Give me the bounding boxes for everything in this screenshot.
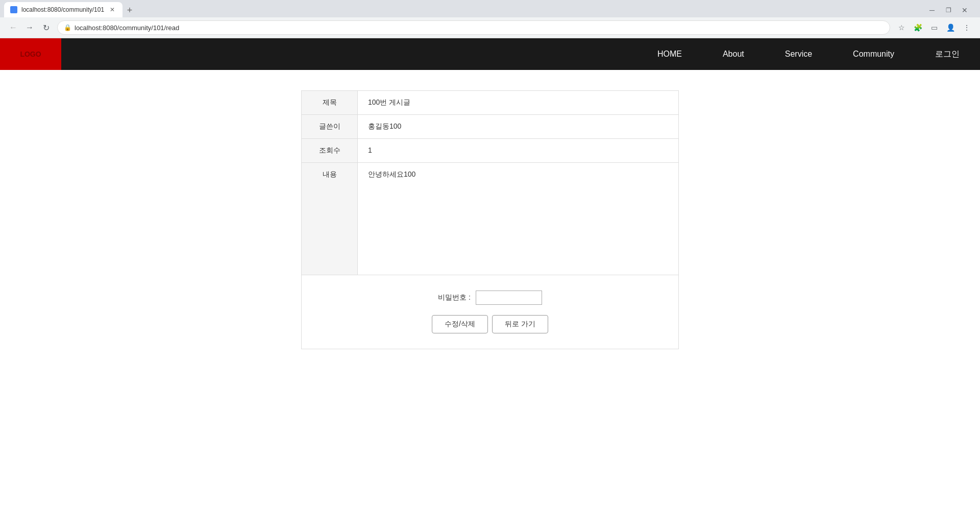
content-value: 안녕하세요100 [358,163,679,275]
page-content: LOGO HOME About Service Community 로그인 제목… [0,38,980,518]
logo: LOGO [20,50,41,58]
title-row: 제목 100번 게시글 [302,91,679,115]
views-row: 조회수 1 [302,139,679,163]
tab-close-button[interactable]: ✕ [108,6,116,14]
tab-title: localhost:8080/community/101 [21,6,104,13]
password-row: 비밀번호 : [438,291,542,305]
forward-button[interactable]: → [22,20,37,35]
nav-community[interactable]: Community [832,38,915,70]
back-button[interactable]: 뒤로 가기 [492,315,548,333]
edit-delete-button[interactable]: 수정/삭제 [432,315,488,333]
author-label: 글쓴이 [302,115,358,139]
content-row: 내용 안녕하세요100 [302,163,679,275]
nav-service[interactable]: Service [765,38,832,70]
browser-chrome: localhost:8080/community/101 ✕ + ─ ❐ ✕ ←… [0,0,980,38]
buttons-row: 수정/삭제 뒤로 가기 [432,315,548,333]
views-label: 조회수 [302,139,358,163]
url-text: localhost:8080/community/101/read [75,24,179,32]
password-label: 비밀번호 : [438,293,471,302]
nav-buttons: ← → ↻ [6,20,53,35]
bookmark-star-button[interactable]: ☆ [894,20,909,35]
menu-button[interactable]: ⋮ [960,20,974,35]
window-restore-button[interactable]: ❐ [941,3,955,17]
extensions-button[interactable]: 🧩 [911,20,925,35]
nav-about[interactable]: About [702,38,765,70]
browser-tab[interactable]: localhost:8080/community/101 ✕ [4,2,122,17]
url-bar[interactable]: 🔒 localhost:8080/community/101/read [57,20,890,35]
toolbar-right: ☆ 🧩 ▭ 👤 ⋮ [894,20,974,35]
title-label: 제목 [302,91,358,115]
profile-button[interactable]: 👤 [943,20,958,35]
nav-links: HOME About Service Community 로그인 [637,38,980,70]
navbar: LOGO HOME About Service Community 로그인 [0,38,980,70]
title-value: 100번 게시글 [358,91,679,115]
author-row: 글쓴이 홍길동100 [302,115,679,139]
author-value: 홍길동100 [358,115,679,139]
window-close-button[interactable]: ✕ [958,3,972,17]
address-bar: ← → ↻ 🔒 localhost:8080/community/101/rea… [0,17,980,38]
views-value: 1 [358,139,679,163]
lock-icon: 🔒 [64,24,71,31]
post-detail-table: 제목 100번 게시글 글쓴이 홍길동100 조회수 1 내용 안녕하세요100 [301,90,679,275]
reload-button[interactable]: ↻ [39,20,53,35]
content-label: 내용 [302,163,358,275]
back-button[interactable]: ← [6,20,20,35]
nav-home[interactable]: HOME [637,38,702,70]
logo-area: LOGO [0,38,61,70]
nav-login[interactable]: 로그인 [915,38,980,70]
tab-favicon [10,6,17,13]
sidebar-button[interactable]: ▭ [927,20,941,35]
main-container: 제목 100번 게시글 글쓴이 홍길동100 조회수 1 내용 안녕하세요100… [301,70,679,380]
password-input[interactable] [476,291,542,305]
new-tab-button[interactable]: + [122,3,137,17]
tab-bar: localhost:8080/community/101 ✕ + ─ ❐ ✕ [0,0,980,17]
window-minimize-button[interactable]: ─ [925,3,939,17]
password-section: 비밀번호 : 수정/삭제 뒤로 가기 [301,275,679,349]
